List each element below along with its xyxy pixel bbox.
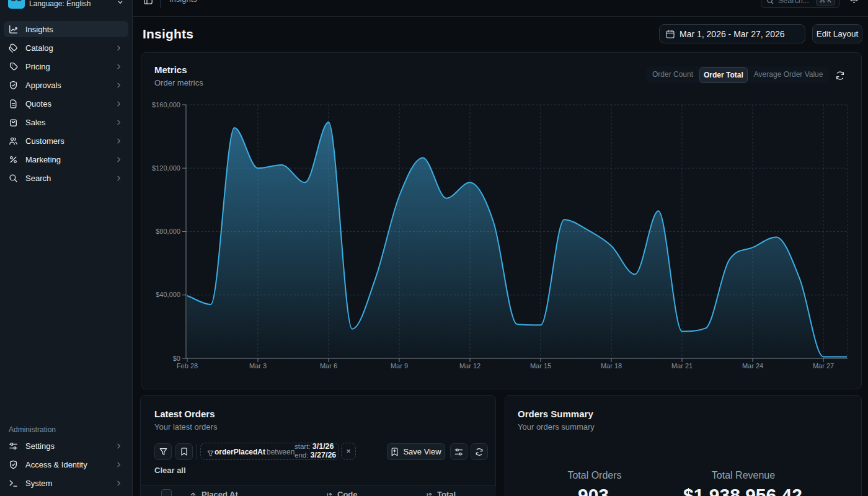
svg-text:Mar 21: Mar 21	[671, 362, 693, 370]
svg-text:$40,000: $40,000	[156, 291, 180, 298]
svg-text:Mar 18: Mar 18	[601, 362, 622, 370]
svg-text:$160,000: $160,000	[152, 101, 180, 108]
svg-text:$120,000: $120,000	[152, 164, 180, 172]
svg-text:Mar 12: Mar 12	[459, 362, 480, 370]
svg-text:Mar 24: Mar 24	[742, 362, 763, 370]
svg-text:$0: $0	[173, 355, 180, 362]
svg-text:Mar 27: Mar 27	[813, 362, 834, 370]
svg-text:Mar 3: Mar 3	[249, 362, 267, 370]
svg-text:$80,000: $80,000	[156, 228, 180, 235]
svg-text:Mar 9: Mar 9	[391, 362, 408, 370]
svg-text:Feb 28: Feb 28	[177, 362, 198, 370]
svg-text:Mar 15: Mar 15	[530, 362, 551, 370]
svg-text:Mar 6: Mar 6	[320, 362, 337, 370]
